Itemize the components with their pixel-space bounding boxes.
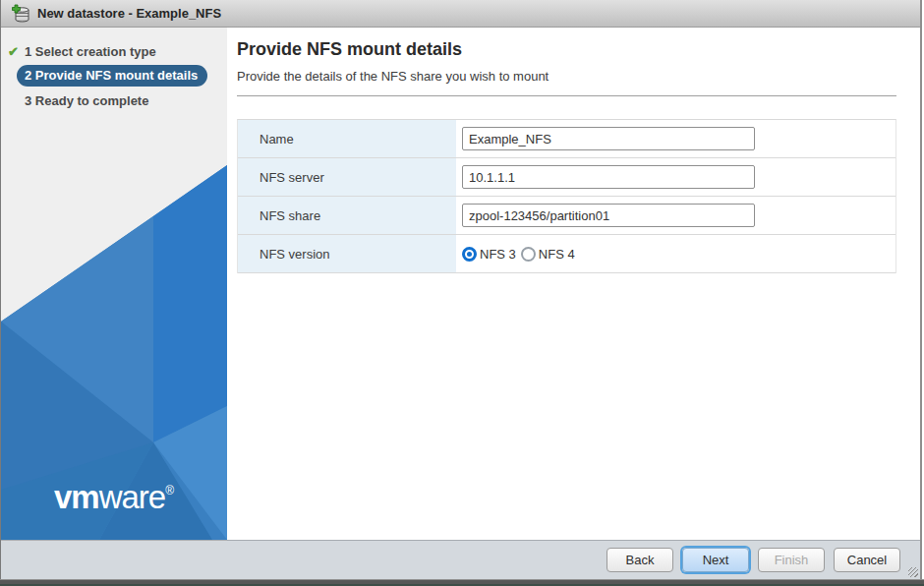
vmware-logo-ware: ware	[99, 479, 166, 515]
step-label: 1 Select creation type	[25, 44, 156, 59]
window-resize-grip[interactable]	[908, 567, 918, 577]
wizard-footer: Back Next Finish Cancel	[1, 540, 920, 579]
nfs-version-radio-group: NFS 3 NFS 4	[462, 247, 580, 262]
nfs3-radio-button[interactable]	[462, 247, 477, 262]
vmware-logo-vm: vm	[54, 479, 99, 515]
window-titlebar: New datastore - Example_NFS	[1, 0, 920, 28]
form-row-nfs-share: NFS share	[238, 197, 895, 235]
form-row-name: Name	[238, 120, 895, 158]
new-datastore-wizard-window: New datastore - Example_NFS ✔ 1 Select c…	[0, 0, 922, 579]
window-title: New datastore - Example_NFS	[37, 6, 221, 21]
step-label: 3 Ready to complete	[25, 93, 148, 108]
nfs3-radio-label: NFS 3	[480, 247, 516, 262]
wizard-step-select-creation-type[interactable]: ✔ 1 Select creation type	[1, 39, 227, 63]
heading-divider	[237, 95, 896, 96]
cancel-button[interactable]: Cancel	[834, 548, 900, 572]
step-complete-check-icon: ✔	[8, 45, 22, 58]
name-label: Name	[238, 120, 456, 157]
form-row-nfs-version: NFS version NFS 3 NFS 4	[238, 235, 895, 273]
wizard-sidebar: ✔ 1 Select creation type 2 Provide NFS m…	[1, 28, 227, 540]
nfs-version-label: NFS version	[238, 235, 456, 272]
next-button[interactable]: Next	[682, 548, 749, 572]
new-datastore-icon	[11, 4, 30, 23]
page-subtitle: Provide the details of the NFS share you…	[237, 69, 896, 84]
form-row-nfs-server: NFS server	[238, 158, 895, 197]
nfs4-radio-label: NFS 4	[539, 247, 575, 262]
wizard-step-ready-to-complete[interactable]: 3 Ready to complete	[1, 88, 227, 112]
step-label-active: 2 Provide NFS mount details	[17, 65, 207, 87]
vmware-logo: vmware®	[1, 479, 227, 516]
vmware-logo-registered-mark: ®	[165, 484, 174, 498]
wizard-main-panel: Provide NFS mount details Provide the de…	[227, 28, 920, 540]
finish-button[interactable]: Finish	[758, 548, 825, 572]
nfs-share-input[interactable]	[462, 204, 755, 227]
wizard-steps: ✔ 1 Select creation type 2 Provide NFS m…	[1, 28, 227, 112]
nfs-server-label: NFS server	[238, 158, 456, 196]
name-input[interactable]	[462, 127, 755, 150]
page-title: Provide NFS mount details	[237, 39, 896, 60]
back-button[interactable]: Back	[606, 548, 673, 572]
wizard-step-provide-nfs-mount-details[interactable]: 2 Provide NFS mount details	[1, 63, 227, 88]
nfs3-radio-option[interactable]: NFS 3	[462, 247, 516, 262]
nfs-share-label: NFS share	[238, 197, 456, 234]
nfs-server-input[interactable]	[462, 165, 755, 189]
nfs-mount-form: Name NFS server NFS share	[237, 119, 896, 273]
nfs4-radio-button[interactable]	[521, 247, 536, 262]
nfs4-radio-option[interactable]: NFS 4	[521, 247, 575, 262]
